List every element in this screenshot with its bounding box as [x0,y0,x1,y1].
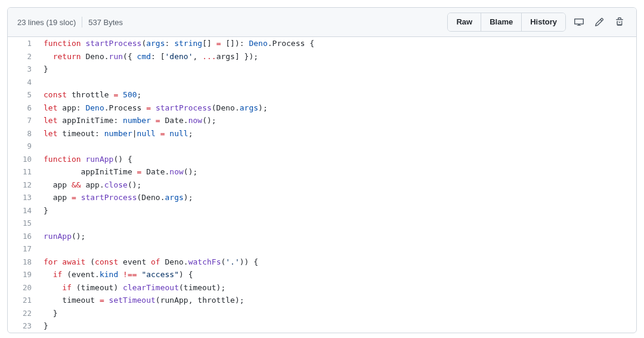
line-number[interactable]: 10 [8,153,38,166]
code-line[interactable] [38,217,636,230]
file-info: 23 lines (19 sloc) 537 Bytes [17,17,123,27]
code-row: 5const throttle = 500; [8,88,636,102]
token-v: args [240,103,258,112]
code-line[interactable]: app && app.close(); [38,179,636,192]
line-number[interactable]: 20 [8,281,38,294]
code-row: 4 [8,76,636,89]
token-v: Deno [249,39,267,48]
code-line[interactable]: const throttle = 500; [38,88,636,102]
token-op: && [72,180,81,189]
token-k: for [44,257,57,266]
code-line[interactable]: let timeout: number|null = null; [38,127,636,140]
display-icon[interactable] [572,15,586,29]
line-number[interactable]: 17 [8,242,38,256]
code-line[interactable]: } [38,319,636,333]
token-k: return [53,52,81,61]
token-v: args [165,193,184,202]
line-number[interactable]: 21 [8,294,38,307]
token-op: = [72,193,76,202]
token-op: ... [202,52,216,61]
code-line[interactable]: app = startProcess(Deno.args); [38,191,636,204]
line-number[interactable]: 8 [8,127,38,140]
code-row: 23} [8,319,636,333]
token-fn: watchFs [188,257,221,266]
code-line[interactable]: } [38,63,636,76]
code-table: 1function startProcess(args: string[] = … [8,37,636,333]
token-s: 'deno' [165,52,193,61]
token-k: const [44,90,67,99]
line-number[interactable]: 14 [8,204,38,217]
code-container: 1function startProcess(args: string[] = … [8,37,636,333]
line-number[interactable]: 4 [8,76,38,89]
line-number[interactable]: 22 [8,307,38,320]
token-op: = [156,116,160,125]
code-row: 12 app && app.close(); [8,179,636,192]
code-line[interactable]: for await (const event of Deno.watchFs('… [38,256,636,269]
line-number[interactable]: 18 [8,256,38,269]
code-row: 1function startProcess(args: string[] = … [8,37,636,50]
token-k: of [151,257,160,266]
token-op: = [146,103,151,112]
token-c: null [137,129,156,138]
line-number[interactable]: 23 [8,319,38,333]
line-number[interactable]: 9 [8,140,38,153]
code-line[interactable] [38,76,636,89]
line-number[interactable]: 13 [8,191,38,204]
line-number[interactable]: 7 [8,114,38,127]
line-number[interactable]: 1 [8,37,38,50]
code-row: 2 return Deno.run({ cmd: ['deno', ...arg… [8,50,636,63]
code-row: 7let appInitTime: number = Date.now(); [8,114,636,127]
code-row: 15 [8,217,636,230]
line-number[interactable]: 5 [8,88,38,102]
code-line[interactable] [38,242,636,256]
code-row: 8let timeout: number|null = null; [8,127,636,140]
token-fn: setTimeout [109,296,156,305]
raw-button[interactable]: Raw [448,13,481,31]
token-k: if [53,270,63,279]
code-line[interactable]: if (event.kind !== "access") { [38,268,636,281]
line-number[interactable]: 12 [8,179,38,192]
line-number[interactable]: 19 [8,268,38,281]
line-number[interactable]: 15 [8,217,38,230]
line-number[interactable]: 6 [8,102,38,115]
separator [82,17,82,27]
token-k: function [44,39,81,48]
code-line[interactable]: let appInitTime: number = Date.now(); [38,114,636,127]
token-fn: close [104,180,128,189]
code-line[interactable]: function startProcess(args: string[] = [… [38,37,636,50]
lines-info: 23 lines (19 sloc) [17,18,76,27]
code-line[interactable] [38,140,636,153]
size-info: 537 Bytes [88,18,123,27]
code-line[interactable]: } [38,307,636,320]
code-line[interactable]: return Deno.run({ cmd: ['deno', ...args]… [38,50,636,63]
line-number[interactable]: 2 [8,50,38,63]
token-k: let [44,103,57,112]
code-line[interactable]: let app: Deno.Process = startProcess(Den… [38,102,636,115]
token-s: '.' [225,257,239,266]
code-row: 16runApp(); [8,230,636,243]
code-line[interactable]: timeout = setTimeout(runApp, throttle); [38,294,636,307]
code-row: 19 if (event.kind !== "access") { [8,268,636,281]
token-v: Deno [85,103,104,112]
token-fn: startProcess [156,103,212,112]
token-v: kind [100,270,118,279]
token-fn: now [169,167,183,176]
blame-button[interactable]: Blame [481,13,522,31]
line-number[interactable]: 3 [8,63,38,76]
token-k: let [44,129,57,138]
edit-icon[interactable] [592,15,606,29]
history-button[interactable]: History [522,13,565,31]
token-k: await [62,257,85,266]
code-line[interactable]: runApp(); [38,230,636,243]
token-op: !== [123,270,137,279]
code-line[interactable]: appInitTime = Date.now(); [38,165,636,179]
code-line[interactable]: } [38,204,636,217]
token-op: = [113,90,118,99]
line-number[interactable]: 16 [8,230,38,243]
code-line[interactable]: if (timeout) clearTimeout(timeout); [38,281,636,294]
code-row: 13 app = startProcess(Deno.args); [8,191,636,204]
line-number[interactable]: 11 [8,165,38,179]
code-line[interactable]: function runApp() { [38,153,636,166]
file-header: 23 lines (19 sloc) 537 Bytes Raw Blame H… [8,8,636,37]
delete-icon[interactable] [612,15,627,29]
